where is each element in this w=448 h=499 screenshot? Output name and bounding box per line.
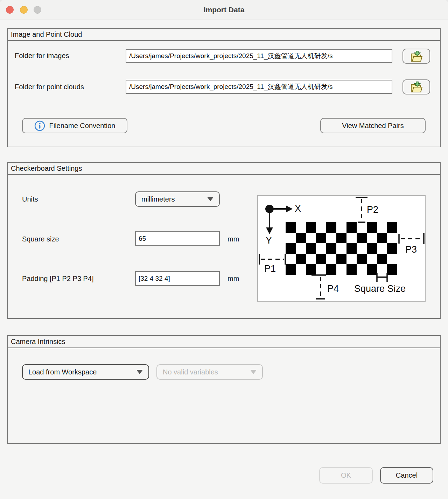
title-bar: Import Data xyxy=(0,0,448,20)
info-icon xyxy=(34,120,45,131)
folder-for-point-clouds-input[interactable] xyxy=(126,80,392,94)
section-title: Checkerboard Settings xyxy=(8,163,440,175)
padding-label: Padding [P1 P2 P3 P4] xyxy=(22,275,94,283)
p1-label: P1 xyxy=(264,263,276,274)
view-matched-pairs-button[interactable]: View Matched Pairs xyxy=(320,118,426,133)
square-size-unit-label: mm xyxy=(227,235,239,243)
view-matched-pairs-label: View Matched Pairs xyxy=(342,122,404,130)
square-size-diagram-label: Square Size xyxy=(354,283,406,294)
units-label: Units xyxy=(22,195,38,203)
browse-images-button[interactable] xyxy=(402,49,430,64)
x-axis-label: X xyxy=(295,203,301,214)
open-folder-icon xyxy=(410,82,424,93)
browse-point-clouds-button[interactable] xyxy=(402,79,430,94)
folder-for-images-label: Folder for images xyxy=(15,52,69,60)
square-size-input[interactable] xyxy=(135,231,220,246)
ok-button[interactable]: OK xyxy=(319,467,373,484)
square-size-label: Square size xyxy=(22,235,59,243)
cancel-button-label: Cancel xyxy=(396,471,418,479)
chevron-down-icon xyxy=(250,370,257,374)
filename-convention-label: Filename Convention xyxy=(49,122,115,130)
camera-intrinsics-section: Camera Intrinsics Load from Workspace No… xyxy=(7,335,441,444)
checkerboard-settings-section: Checkerboard Settings Units millimeters … xyxy=(7,162,441,319)
image-point-cloud-section: Image and Point Cloud Folder for images … xyxy=(7,28,441,147)
window-title: Import Data xyxy=(0,0,448,20)
folder-for-point-clouds-label: Folder for point clouds xyxy=(15,83,84,91)
cancel-button[interactable]: Cancel xyxy=(380,467,433,484)
section-title: Image and Point Cloud xyxy=(8,29,440,41)
y-axis-label: Y xyxy=(266,235,272,246)
intrinsics-source-dropdown[interactable]: Load from Workspace xyxy=(22,364,149,380)
import-data-dialog: Import Data Image and Point Cloud Folder… xyxy=(0,0,448,499)
intrinsics-variables-value: No valid variables xyxy=(163,368,218,376)
units-dropdown-value: millimeters xyxy=(141,195,175,203)
intrinsics-source-value: Load from Workspace xyxy=(28,368,97,376)
units-dropdown[interactable]: millimeters xyxy=(135,191,220,207)
ok-button-label: OK xyxy=(341,471,351,479)
chevron-down-icon xyxy=(207,197,214,201)
folder-for-images-input[interactable] xyxy=(126,49,392,63)
p4-label: P4 xyxy=(327,283,339,294)
section-title: Camera Intrinsics xyxy=(8,336,440,348)
padding-unit-label: mm xyxy=(227,275,239,283)
padding-input[interactable] xyxy=(135,271,220,286)
checkerboard-diagram: X Y P2 P3 P1 P4 Square Size xyxy=(257,195,426,302)
filename-convention-button[interactable]: Filename Convention xyxy=(22,118,127,133)
open-folder-icon xyxy=(410,51,424,62)
chevron-down-icon xyxy=(136,370,143,374)
intrinsics-variables-dropdown[interactable]: No valid variables xyxy=(156,364,263,380)
p3-label: P3 xyxy=(405,244,417,255)
p2-label: P2 xyxy=(367,204,378,215)
